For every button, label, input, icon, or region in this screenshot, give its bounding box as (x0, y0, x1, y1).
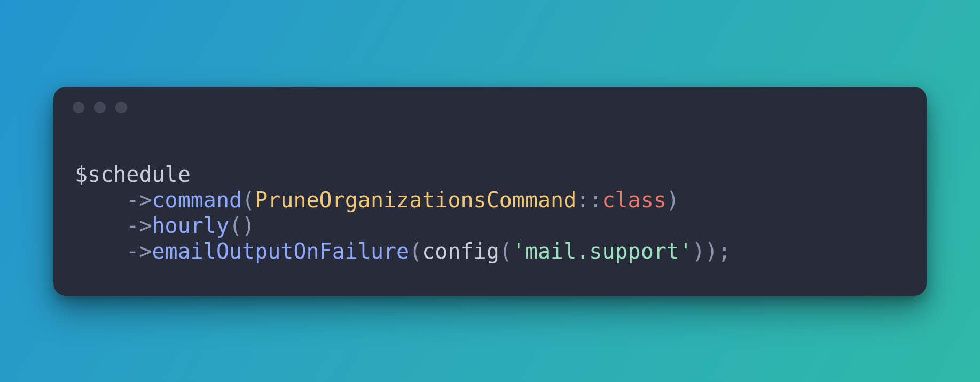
code-paren: ) (705, 239, 718, 263)
code-paren: ( (242, 188, 255, 212)
window-dot-minimize-icon[interactable] (94, 102, 106, 113)
code-variable: $schedule (75, 162, 191, 186)
code-arrow: -> (126, 213, 152, 238)
code-method-command: command (152, 188, 242, 212)
window-titlebar (53, 87, 927, 113)
code-indent (75, 187, 126, 213)
code-method-emailoutputonfailure: emailOutputOnFailure (152, 239, 410, 263)
code-string: 'mail.support' (512, 239, 692, 263)
window-dot-close-icon[interactable] (73, 102, 84, 113)
code-paren: ( (409, 239, 422, 263)
code-scope-op: :: (576, 188, 602, 212)
window-dot-zoom-icon[interactable] (115, 102, 127, 113)
code-semicolon: ; (718, 239, 731, 263)
code-indent (75, 213, 126, 238)
code-arrow: -> (126, 188, 152, 212)
code-paren: ) (692, 239, 705, 263)
code-paren: ) (667, 188, 679, 212)
code-keyword-class: class (602, 188, 666, 212)
code-func-config: config (422, 239, 499, 263)
code-method-hourly: hourly (152, 213, 230, 238)
code-paren: ( (499, 239, 512, 263)
code-paren: ) (242, 213, 255, 238)
code-paren: ( (229, 213, 242, 238)
code-arrow: -> (126, 239, 152, 263)
code-classname: PruneOrganizationsCommand (255, 188, 576, 212)
code-indent (75, 238, 126, 264)
code-window: $schedule ->command(PruneOrganizationsCo… (53, 87, 927, 296)
code-block: $schedule ->command(PruneOrganizationsCo… (53, 113, 927, 296)
